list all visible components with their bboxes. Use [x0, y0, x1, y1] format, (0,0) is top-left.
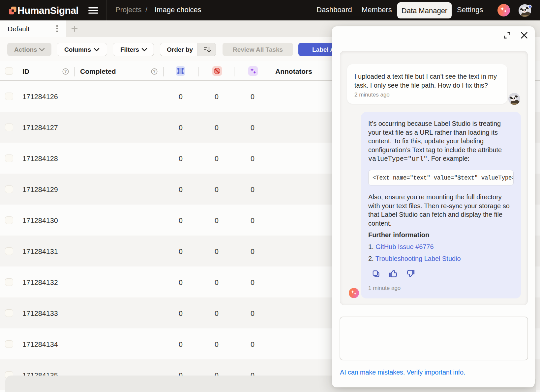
svg-text:?: ? — [153, 69, 155, 74]
svg-text:?: ? — [64, 69, 67, 74]
